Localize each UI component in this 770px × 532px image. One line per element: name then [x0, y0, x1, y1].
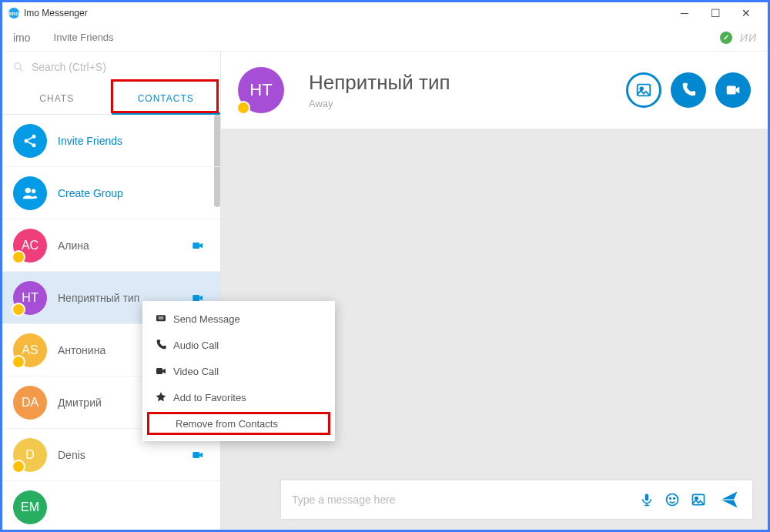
tab-contacts[interactable]: CONTACTS [112, 82, 221, 114]
presence-indicator[interactable]: ✓ [720, 32, 732, 44]
compose-box [281, 480, 752, 519]
contact-avatar: AC [13, 229, 47, 263]
message-input[interactable] [292, 494, 629, 506]
image-icon[interactable] [691, 492, 706, 507]
svg-rect-20 [156, 368, 162, 374]
contact-avatar: DA [13, 386, 47, 420]
video-icon[interactable] [189, 239, 206, 252]
sidebar-invite-friends[interactable]: Invite Friends [2, 115, 220, 167]
context-menu-item[interactable]: Video Call [142, 358, 335, 384]
svg-rect-19 [156, 315, 166, 321]
svg-line-1 [20, 69, 23, 72]
svg-point-15 [670, 498, 671, 500]
svg-rect-13 [645, 494, 649, 501]
window-title: Imo Messenger [24, 8, 88, 18]
video-icon[interactable] [189, 449, 206, 461]
search-row [2, 52, 220, 82]
svg-point-18 [695, 497, 698, 500]
search-input[interactable] [32, 61, 209, 73]
svg-point-2 [32, 134, 36, 138]
search-icon [13, 62, 24, 72]
chat-header: HT Непритный тип Away [221, 52, 768, 129]
maximize-button[interactable]: ☐ [700, 7, 731, 19]
minimize-button[interactable]: ─ [669, 7, 700, 19]
chat-contact-name: Непритный тип [309, 71, 450, 95]
context-menu-label: Audio Call [173, 340, 219, 351]
sidebar-item-label: Invite Friends [58, 135, 209, 147]
chat-avatar[interactable]: HT [238, 67, 284, 113]
message-icon [155, 313, 173, 325]
user-initials[interactable]: ИИ [740, 32, 757, 44]
context-menu: Send MessageAudio CallVideo CallAdd to F… [142, 301, 335, 441]
contact-avatar: EM [13, 490, 47, 524]
context-menu-item[interactable]: Send Message [142, 306, 335, 332]
titlebar: imo Imo Messenger ─ ☐ ✕ [2, 2, 768, 24]
tabs: CHATS CONTACTS [2, 82, 220, 115]
contact-avatar: AS [13, 333, 47, 367]
audio-call-button[interactable] [671, 72, 706, 108]
contact-avatar: HT [13, 281, 47, 315]
context-menu-label: Add to Favorites [173, 392, 246, 403]
chat-contact-status: Away [309, 98, 450, 109]
svg-point-14 [667, 494, 678, 506]
toolbar: imo Invite Friends ✓ ИИ [2, 24, 768, 52]
context-menu-item[interactable]: Add to Favorites [142, 384, 335, 410]
contact-name: Denis [58, 449, 189, 461]
context-menu-label: Video Call [173, 366, 219, 377]
video-call-button[interactable] [715, 72, 751, 108]
app-icon: imo [8, 8, 19, 18]
context-menu-item[interactable]: Remove from Contacts [147, 412, 330, 435]
mic-icon[interactable] [640, 492, 654, 507]
video-icon [155, 365, 173, 377]
svg-point-11 [640, 87, 643, 90]
svg-point-6 [32, 189, 36, 193]
emoji-icon[interactable] [665, 492, 680, 507]
tab-chats[interactable]: CHATS [2, 82, 112, 114]
svg-point-0 [15, 63, 21, 69]
close-button[interactable]: ✕ [731, 7, 762, 19]
svg-point-16 [674, 498, 675, 500]
phone-icon [155, 339, 173, 351]
contact-row[interactable]: EM [2, 481, 220, 530]
star-icon [155, 391, 173, 403]
sidebar: CHATS CONTACTS Invite Friends Create Gro… [2, 52, 221, 530]
chat-pane: HT Непритный тип Away [221, 52, 768, 530]
share-icon [13, 124, 47, 158]
svg-point-4 [32, 143, 36, 147]
svg-rect-12 [727, 86, 736, 95]
group-icon [13, 176, 47, 210]
svg-rect-7 [192, 243, 199, 249]
invite-friends-link[interactable]: Invite Friends [54, 32, 114, 43]
sidebar-item-label: Create Group [58, 187, 209, 199]
send-button[interactable] [717, 489, 742, 510]
svg-rect-9 [192, 452, 199, 458]
sidebar-create-group[interactable]: Create Group [2, 167, 220, 219]
svg-rect-8 [192, 295, 199, 301]
svg-point-3 [25, 139, 28, 142]
contact-avatar: D [13, 438, 47, 472]
logo-text[interactable]: imo [13, 32, 31, 44]
svg-point-5 [25, 187, 31, 192]
context-menu-label: Remove from Contacts [176, 418, 278, 430]
contact-name: Алина [58, 239, 189, 252]
contact-row[interactable]: ACАлина [2, 219, 220, 272]
context-menu-item[interactable]: Audio Call [142, 332, 335, 358]
context-menu-label: Send Message [173, 313, 240, 325]
gallery-button[interactable] [626, 72, 661, 108]
